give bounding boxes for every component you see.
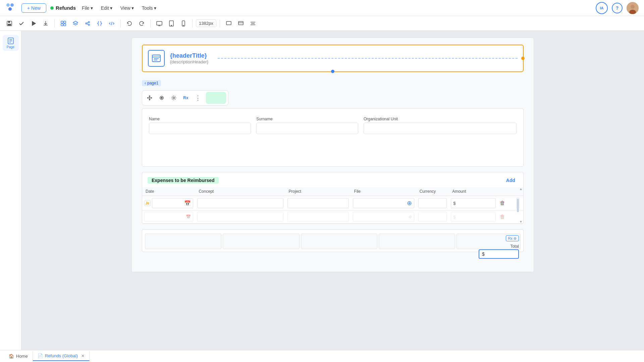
undo-button[interactable] bbox=[124, 18, 135, 29]
row1-concept-input[interactable] bbox=[197, 198, 283, 208]
canvas-area[interactable]: {headerTitle} {descriptionHeader} ‹ page… bbox=[21, 31, 644, 350]
check-button[interactable] bbox=[16, 18, 27, 29]
save-button[interactable] bbox=[4, 18, 15, 29]
rx-tool-button[interactable]: Rx bbox=[180, 93, 191, 103]
align-button[interactable] bbox=[248, 18, 258, 29]
col-actions bbox=[498, 187, 514, 196]
upload-icon-dim: ⊕ bbox=[409, 215, 412, 219]
add-expense-button[interactable]: Add bbox=[503, 176, 518, 184]
calendar-icon-dim: 📅 bbox=[186, 215, 191, 219]
svg-rect-28 bbox=[238, 21, 243, 25]
header-block[interactable]: {headerTitle} {descriptionHeader} bbox=[142, 45, 524, 72]
components-button[interactable] bbox=[58, 18, 69, 29]
tablet-button[interactable] bbox=[166, 18, 177, 29]
name-input[interactable] bbox=[149, 123, 251, 134]
row1-project-input[interactable] bbox=[287, 198, 349, 208]
row1-amount-input[interactable]: $ bbox=[451, 198, 496, 208]
edit-menu[interactable]: Edit ▾ bbox=[99, 4, 114, 12]
scroll-bar[interactable] bbox=[516, 197, 520, 209]
delete-row2-button[interactable]: 🗑 bbox=[500, 214, 505, 220]
surname-input[interactable] bbox=[256, 123, 358, 134]
refunds-label: Refunds bbox=[50, 5, 76, 11]
desktop-button[interactable] bbox=[154, 18, 165, 29]
row2-amount-cell: $ bbox=[449, 210, 498, 224]
table-scroll-controls: ▲ bbox=[519, 187, 523, 191]
calendar-icon: 📅 bbox=[184, 200, 191, 206]
svg-point-2 bbox=[8, 7, 12, 11]
upload-icon[interactable]: ⊕ bbox=[407, 199, 412, 207]
user-avatar[interactable] bbox=[627, 2, 639, 14]
name-field-group: Name bbox=[149, 117, 251, 134]
total-section: Rx ⚙ Total $ bbox=[142, 229, 524, 252]
scroll-up-button[interactable]: ▲ bbox=[519, 187, 523, 191]
expenses-title: Expenses to be Reimbursed bbox=[148, 177, 219, 184]
total-input-wrapper[interactable]: $ bbox=[479, 249, 519, 259]
redo-button[interactable] bbox=[136, 18, 147, 29]
panel-button[interactable] bbox=[235, 18, 246, 29]
new-button[interactable]: + New bbox=[21, 3, 46, 13]
layers-button[interactable] bbox=[70, 18, 81, 29]
tab-refunds[interactable]: 📄 Refunds (Global) ✕ bbox=[33, 351, 90, 361]
settings-tool-button[interactable] bbox=[168, 93, 179, 103]
row1-file-input[interactable]: ⊕ bbox=[353, 198, 414, 208]
sidebar-item-page[interactable]: Page bbox=[3, 35, 19, 51]
svg-line-19 bbox=[87, 24, 88, 24]
refunds-dot bbox=[50, 6, 54, 10]
header-text-group: {headerTitle} {descriptionHeader} bbox=[170, 52, 208, 64]
delete-row1-button[interactable]: 🗑 bbox=[500, 200, 505, 206]
code-button[interactable] bbox=[106, 18, 117, 29]
header-title: {headerTitle} bbox=[170, 52, 208, 59]
org-unit-input[interactable] bbox=[364, 123, 517, 134]
header-resize-handle[interactable] bbox=[521, 57, 525, 60]
export-button[interactable] bbox=[40, 18, 51, 29]
svg-marker-14 bbox=[73, 21, 78, 24]
logic-button[interactable] bbox=[82, 18, 93, 29]
view-menu[interactable]: View ▾ bbox=[118, 4, 136, 12]
col-amount: Amount bbox=[449, 187, 498, 196]
toolbar-separator-4 bbox=[192, 19, 193, 27]
mobile-button[interactable] bbox=[178, 18, 189, 29]
tab-close-button[interactable]: ✕ bbox=[81, 354, 85, 358]
row1-concept-cell bbox=[195, 196, 285, 210]
table-scroll-bottom: ▼ bbox=[519, 220, 523, 224]
logo-icon bbox=[5, 2, 15, 14]
move-tool-button[interactable] bbox=[144, 93, 155, 103]
svg-rect-12 bbox=[61, 24, 63, 26]
row2-currency-cell bbox=[416, 210, 449, 224]
total-col-5: Rx ⚙ Total $ bbox=[457, 234, 521, 249]
row2-currency-input[interactable] bbox=[418, 212, 447, 222]
page-icon: 📄 bbox=[38, 353, 43, 358]
svg-point-17 bbox=[88, 24, 90, 25]
svg-point-15 bbox=[86, 23, 87, 24]
row2-file-input[interactable]: ⊕ bbox=[353, 212, 414, 222]
curly-button[interactable] bbox=[94, 18, 105, 29]
screen-button[interactable] bbox=[223, 18, 234, 29]
row2-date-input[interactable]: 📅 bbox=[144, 212, 193, 222]
tools-menu[interactable]: Tools ▾ bbox=[140, 4, 158, 12]
svg-marker-9 bbox=[32, 21, 36, 25]
help-icon[interactable]: ? bbox=[612, 3, 623, 13]
play-button[interactable] bbox=[28, 18, 39, 29]
expenses-table: Date Concept Project File Currency Amoun… bbox=[142, 187, 523, 224]
file-menu[interactable]: File ▾ bbox=[80, 4, 95, 12]
row2-project-input[interactable] bbox=[287, 212, 349, 222]
row2-amount-input[interactable]: $ bbox=[451, 212, 496, 222]
tab-home[interactable]: 🏠 Home bbox=[4, 352, 33, 361]
row2-concept-cell bbox=[195, 210, 285, 224]
ia-badge[interactable]: IA bbox=[596, 2, 608, 14]
scroll-down-button[interactable]: ▼ bbox=[519, 220, 523, 224]
row1-currency-input[interactable] bbox=[418, 198, 447, 208]
table-row: Js 📅 bbox=[142, 196, 523, 210]
page1-breadcrumb[interactable]: ‹ page1 bbox=[142, 80, 161, 86]
row1-date-input[interactable]: 📅 bbox=[152, 198, 194, 208]
tab-bar: 🏠 Home 📄 Refunds (Global) ✕ bbox=[0, 350, 644, 362]
form-section: Name Surname Organizational Unit bbox=[142, 108, 524, 167]
more-options-button[interactable]: ⋮ bbox=[193, 93, 203, 103]
header-resize-bottom-handle[interactable] bbox=[331, 70, 334, 73]
total-label-display: Total bbox=[511, 244, 519, 249]
table-row: 📅 bbox=[142, 210, 523, 224]
chevron-left-icon: ‹ bbox=[145, 81, 146, 85]
dollar-sign-2: $ bbox=[453, 215, 455, 220]
paint-tool-button[interactable] bbox=[156, 93, 167, 103]
row2-concept-input[interactable] bbox=[197, 212, 283, 222]
